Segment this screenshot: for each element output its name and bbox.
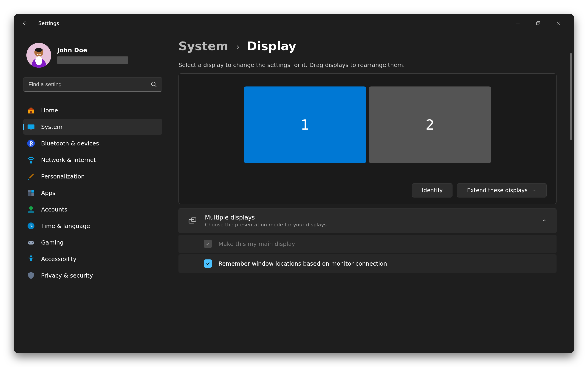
sidebar-item-accessibility[interactable]: Accessibility bbox=[23, 251, 162, 267]
check-icon bbox=[205, 261, 210, 266]
sidebar-item-label: Personalization bbox=[41, 173, 85, 180]
remember-locations-option[interactable]: Remember window locations based on monit… bbox=[179, 254, 556, 273]
chevron-down-icon bbox=[532, 188, 537, 193]
sidebar-item-privacy[interactable]: Privacy & security bbox=[23, 268, 162, 283]
maximize-button[interactable] bbox=[528, 17, 548, 30]
svg-point-8 bbox=[152, 82, 155, 85]
breadcrumb: System Display bbox=[179, 39, 556, 53]
svg-rect-11 bbox=[27, 125, 35, 129]
monitor-2[interactable]: 2 bbox=[369, 86, 491, 163]
svg-rect-10 bbox=[30, 111, 32, 114]
apps-icon bbox=[27, 189, 35, 197]
sidebar-item-label: Network & internet bbox=[41, 157, 96, 163]
sidebar-item-label: Bluetooth & devices bbox=[41, 140, 99, 147]
sidebar-item-network[interactable]: Network & internet bbox=[23, 152, 162, 168]
avatar bbox=[26, 43, 51, 68]
option-label: Make this my main display bbox=[218, 241, 295, 247]
main-display-option: Make this my main display bbox=[179, 235, 556, 253]
sidebar-item-label: Gaming bbox=[41, 239, 64, 246]
sidebar-item-gaming[interactable]: Gaming bbox=[23, 235, 162, 250]
svg-point-22 bbox=[29, 242, 30, 243]
displays-icon bbox=[188, 216, 197, 225]
settings-window: Settings bbox=[14, 14, 574, 353]
bluetooth-icon bbox=[27, 139, 35, 148]
instruction-text: Select a display to change the settings … bbox=[179, 62, 556, 68]
sidebar-item-label: Apps bbox=[41, 190, 55, 196]
panel-actions: Identify Extend these displays bbox=[188, 183, 547, 198]
svg-rect-16 bbox=[32, 190, 34, 193]
multiple-displays-header[interactable]: Multiple displays Choose the presentatio… bbox=[179, 209, 556, 233]
shield-icon bbox=[27, 271, 35, 280]
monitors-area[interactable]: 1 2 bbox=[188, 86, 547, 163]
user-block[interactable]: John Doe bbox=[26, 43, 162, 68]
scrollbar[interactable] bbox=[570, 53, 572, 140]
svg-rect-18 bbox=[32, 193, 34, 196]
search-icon bbox=[151, 81, 157, 88]
chevron-up-icon bbox=[541, 217, 547, 224]
search-input[interactable] bbox=[28, 81, 151, 88]
back-button[interactable] bbox=[19, 18, 30, 28]
user-name: John Doe bbox=[57, 47, 128, 54]
minimize-button[interactable] bbox=[508, 17, 528, 30]
card-subtitle: Choose the presentation mode for your di… bbox=[205, 222, 533, 227]
sidebar-item-bluetooth[interactable]: Bluetooth & devices bbox=[23, 135, 162, 151]
minimize-icon bbox=[516, 21, 520, 25]
remember-locations-checkbox[interactable] bbox=[204, 259, 212, 268]
sidebar-item-system[interactable]: System bbox=[23, 119, 162, 135]
svg-rect-2 bbox=[536, 22, 539, 25]
close-icon bbox=[556, 21, 561, 25]
svg-point-23 bbox=[32, 242, 33, 243]
sidebar-item-label: Home bbox=[41, 107, 58, 114]
option-label: Remember window locations based on monit… bbox=[218, 260, 387, 267]
display-arrangement-panel: 1 2 Identify Extend these displays bbox=[179, 73, 556, 204]
svg-rect-17 bbox=[28, 193, 31, 196]
search-box[interactable] bbox=[23, 77, 162, 92]
svg-point-13 bbox=[27, 140, 35, 147]
main-content: System Display Select a display to chang… bbox=[172, 32, 574, 353]
sidebar-item-label: Time & language bbox=[41, 223, 90, 229]
window-controls bbox=[508, 17, 569, 30]
gamepad-icon bbox=[27, 238, 35, 247]
sidebar-item-accounts[interactable]: Accounts bbox=[23, 202, 162, 217]
system-icon bbox=[27, 123, 35, 131]
sidebar-item-label: Accounts bbox=[41, 206, 67, 213]
svg-point-14 bbox=[31, 162, 32, 163]
card-title: Multiple displays bbox=[205, 214, 533, 221]
sidebar-item-personalization[interactable]: Personalization bbox=[23, 169, 162, 184]
main-display-checkbox bbox=[204, 240, 212, 248]
accessibility-icon bbox=[27, 255, 35, 263]
sidebar-item-apps[interactable]: Apps bbox=[23, 185, 162, 201]
sidebar-item-label: Accessibility bbox=[41, 256, 77, 262]
chevron-right-icon bbox=[235, 44, 241, 51]
identify-button[interactable]: Identify bbox=[412, 183, 453, 198]
check-icon bbox=[205, 241, 210, 246]
sidebar-item-label: System bbox=[41, 124, 62, 130]
svg-rect-12 bbox=[30, 129, 32, 130]
sidebar: John Doe Home bbox=[14, 32, 172, 353]
multiple-displays-card: Multiple displays Choose the presentatio… bbox=[179, 208, 556, 233]
page-title: Display bbox=[247, 39, 296, 53]
breadcrumb-parent[interactable]: System bbox=[179, 39, 228, 53]
sidebar-item-time-language[interactable]: Time & language bbox=[23, 218, 162, 234]
nav-list: Home System Bluetooth & devices bbox=[23, 102, 162, 283]
svg-rect-15 bbox=[28, 190, 31, 193]
sidebar-item-home[interactable]: Home bbox=[23, 102, 162, 118]
home-icon bbox=[27, 106, 35, 115]
user-email-redacted bbox=[57, 56, 128, 64]
wifi-icon bbox=[27, 156, 35, 164]
sidebar-item-label: Privacy & security bbox=[41, 272, 93, 279]
extend-displays-dropdown[interactable]: Extend these displays bbox=[457, 183, 547, 198]
svg-point-19 bbox=[29, 206, 33, 210]
arrow-left-icon bbox=[22, 20, 27, 26]
close-button[interactable] bbox=[548, 17, 569, 30]
paintbrush-icon bbox=[27, 172, 35, 181]
svg-rect-21 bbox=[28, 241, 34, 244]
maximize-icon bbox=[536, 21, 540, 25]
clock-globe-icon bbox=[27, 222, 35, 230]
svg-line-9 bbox=[155, 85, 156, 87]
monitor-1[interactable]: 1 bbox=[244, 86, 366, 163]
svg-point-24 bbox=[30, 255, 32, 257]
svg-point-7 bbox=[35, 56, 42, 65]
person-icon bbox=[27, 205, 35, 214]
app-title: Settings bbox=[38, 20, 59, 26]
